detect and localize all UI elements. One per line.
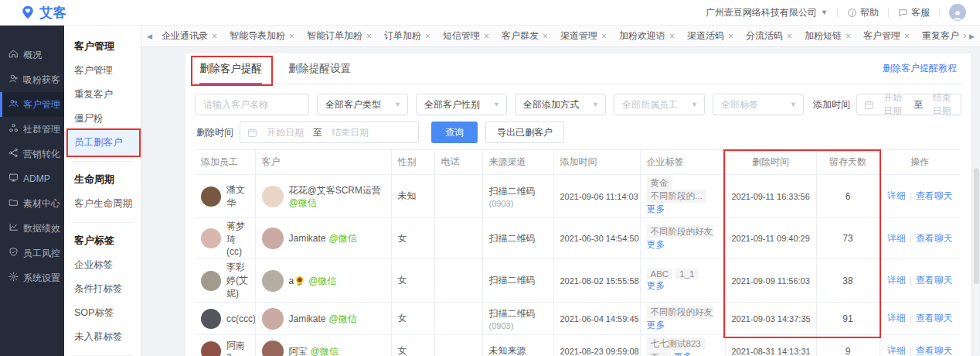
logo-text: 艾客 — [39, 4, 67, 22]
service-link[interactable]: 客服 — [898, 6, 930, 19]
workspace-tab[interactable]: 加粉欢迎语× — [613, 26, 681, 46]
sidebar-item-customer-management[interactable]: 客户管理 — [0, 92, 64, 117]
user-avatar[interactable] — [949, 4, 966, 21]
tutorial-link[interactable]: 删除客户提醒教程 — [883, 62, 957, 75]
monitor-icon — [9, 173, 19, 185]
sidebar-item-label: 客户管理 — [23, 98, 60, 111]
submenu-item-enterprise-tags[interactable]: 企业标签 — [64, 253, 141, 277]
workspace-tab[interactable]: 加粉短链× — [798, 26, 857, 46]
close-icon[interactable]: × — [425, 31, 430, 42]
close-icon[interactable]: × — [904, 31, 910, 42]
filter-select[interactable]: 全部添加方式▼ — [515, 94, 606, 115]
close-icon[interactable]: × — [601, 31, 607, 42]
close-icon[interactable]: × — [484, 31, 489, 42]
scroll-left-icon[interactable]: ◀ — [144, 33, 155, 40]
customer-avatar — [262, 308, 284, 330]
submenu-item-employee-deleted-customers[interactable]: 员工删客户 — [64, 131, 141, 155]
workspace-tab[interactable]: 重复客户× — [916, 26, 966, 46]
workspace-tab[interactable]: 企业通讯录× — [155, 26, 223, 46]
divider: | — [910, 233, 912, 244]
workspace-tab[interactable]: 订单加粉× — [378, 26, 437, 46]
sidebar-item-system-settings[interactable]: 系统设置 — [0, 265, 64, 290]
add-time-range[interactable]: 开始日期 至 结束日期 — [856, 94, 961, 115]
view-chat-link[interactable]: 查看聊天 — [916, 345, 953, 356]
employee-cell: 潘文华 — [195, 175, 255, 218]
more-link[interactable]: 更多 — [647, 320, 665, 330]
export-button[interactable]: 导出已删客户 — [485, 122, 564, 143]
employee-avatar — [201, 271, 221, 291]
filter-select[interactable]: 全部客户类型▼ — [317, 94, 408, 115]
filter-select[interactable]: 全部标签▼ — [713, 94, 804, 115]
workspace-tab[interactable]: 智能导表加粉× — [223, 26, 301, 46]
detail-link[interactable]: 详细 — [887, 275, 906, 286]
company-selector[interactable]: 广州壹豆网络科技有限公司 ▼ — [706, 6, 828, 19]
view-chat-link[interactable]: 查看聊天 — [916, 275, 953, 286]
sidebar-item-admp[interactable]: ADMP — [0, 166, 64, 191]
submenu-item-customer-management[interactable]: 客户管理 — [64, 59, 141, 83]
divider: | — [910, 313, 912, 323]
filter-select[interactable]: 全部客户性别▼ — [416, 94, 507, 115]
view-chat-link[interactable]: 查看聊天 — [916, 233, 953, 244]
vertical-scrollbar[interactable] — [974, 166, 979, 354]
workspace-tab[interactable]: 渠道活码× — [681, 26, 740, 46]
view-chat-link[interactable]: 查看聊天 — [916, 190, 953, 201]
more-link[interactable]: 更多 — [674, 351, 692, 356]
start-date-placeholder: 开始日期 — [883, 91, 905, 118]
close-icon[interactable]: × — [543, 31, 548, 42]
phone-cell — [434, 259, 482, 303]
more-link[interactable]: 更多 — [647, 239, 665, 250]
workspace-tab[interactable]: 分流活码× — [740, 26, 798, 46]
sidebar-item-marketing-conversion[interactable]: 营销转化 — [0, 142, 64, 166]
submenu-item-customer-lifecycle[interactable]: 客户生命周期 — [64, 192, 141, 216]
workspace-tab[interactable]: 智能订单加粉× — [301, 26, 378, 46]
submenu-item-duplicate-customers[interactable]: 重复客户 — [64, 83, 141, 107]
workspace-tab[interactable]: 渠道管理× — [554, 26, 613, 46]
sidebar-item-material-center[interactable]: 素材中心 — [0, 191, 64, 216]
detail-link[interactable]: 详细 — [887, 313, 906, 323]
enterprise-tag: 不同阶段的好友_0... — [647, 225, 713, 238]
filter-select[interactable]: 全部所属员工▼ — [614, 94, 705, 115]
workspace-tab[interactable]: 短信管理× — [437, 26, 495, 46]
sidebar-item-fans-acquisition[interactable]: 吸粉获客 — [0, 67, 64, 92]
search-button[interactable]: 查询 — [431, 122, 478, 143]
submenu-item-zombie-fans[interactable]: 僵尸粉 — [64, 107, 141, 131]
workspace-tab[interactable]: 客户群发× — [495, 26, 554, 46]
more-link[interactable]: 更多 — [647, 280, 665, 291]
close-icon[interactable]: × — [728, 31, 733, 42]
view-chat-link[interactable]: 查看聊天 — [916, 313, 953, 323]
submenu-item-conditional-tagging[interactable]: 条件打标签 — [64, 277, 141, 301]
scroll-right-icon[interactable]: ▶ — [966, 33, 978, 40]
scrollbar-thumb[interactable] — [974, 168, 979, 284]
workspace-tab-label: 短信管理 — [443, 29, 480, 43]
phone-cell — [434, 335, 482, 356]
tab-delete-customer-reminder[interactable]: 删除客户提醒 — [199, 53, 262, 84]
main-area: ◀ 企业通讯录×智能导表加粉×智能订单加粉×订单加粉×短信管理×客户群发×渠道管… — [141, 26, 980, 356]
close-icon[interactable]: × — [787, 31, 792, 42]
sidebar-item-data-performance[interactable]: 数据绩效 — [0, 216, 64, 241]
customer-cell: a🌻@微信 — [255, 259, 391, 303]
more-link[interactable]: 更多 — [647, 204, 665, 214]
help-link[interactable]: 帮助 — [847, 6, 879, 19]
submenu-item-not-in-group-tags[interactable]: 未入群标签 — [64, 325, 141, 349]
workspace-tab[interactable]: 客户管理× — [857, 26, 916, 46]
detail-link[interactable]: 详细 — [887, 190, 906, 201]
column-header: 性别 — [391, 150, 434, 175]
source-sub: (0903) — [489, 321, 547, 330]
tab-delete-reminder-settings[interactable]: 删除提醒设置 — [288, 53, 351, 84]
gender-cell: 未知 — [391, 175, 434, 218]
sidebar-item-staff-risk[interactable]: 员工风控 — [0, 241, 64, 265]
detail-link[interactable]: 详细 — [887, 345, 906, 356]
close-icon[interactable]: × — [366, 31, 372, 42]
close-icon[interactable]: × — [212, 31, 217, 42]
detail-link[interactable]: 详细 — [887, 233, 906, 244]
close-icon[interactable]: × — [669, 31, 675, 42]
submenu-item-sop-tags[interactable]: SOP标签 — [64, 301, 141, 325]
close-icon[interactable]: × — [289, 31, 294, 42]
customer-name-input[interactable] — [195, 94, 309, 115]
submenu-group-title: 客户管理 — [64, 32, 141, 59]
close-icon[interactable]: × — [846, 31, 851, 42]
delete-time-range[interactable]: 开始日期 至 结束日期 — [240, 122, 419, 143]
sidebar-item-community-management[interactable]: 社群管理 — [0, 117, 64, 142]
logo[interactable]: 艾客 — [20, 4, 67, 22]
sidebar-item-overview[interactable]: 概况 — [0, 43, 64, 67]
